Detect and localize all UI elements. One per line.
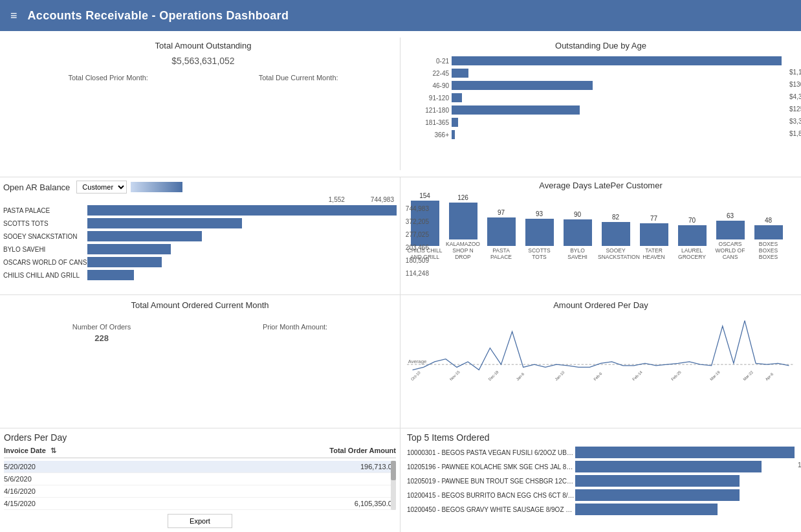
age-bar-container [452,56,788,65]
age-bar-fill [452,81,593,90]
total-outstanding-title: Total Amount Outstanding [13,41,393,50]
avg-bar-num: 63 [727,212,734,219]
ar-bar-track: 203,466 [87,244,397,254]
ar-scale-high: 744,983 [371,196,394,203]
avg-bar-rect [754,225,783,239]
avg-bar-rect [449,203,477,239]
top-item-label: 10200450 - BEGOS GRAVY WHITE SAUSAGE 8/9… [407,506,575,513]
ar-bar-row: BYLO SAVEHI203,466 [3,243,397,255]
top-items-bars: 10000301 - BEGOS PASTA VEGAN FUSILI 6/20… [407,447,795,515]
svg-text:Dec-18: Dec-18 [488,370,499,381]
age-bar-container: $1,166K [452,69,788,78]
avg-bar-label: KALAMAZOO SHOP N DROP [445,241,481,261]
scrollbar-thumb[interactable] [391,461,396,480]
avg-bar-num: 90 [574,211,581,218]
age-bar-value: $4,325K [789,93,801,100]
export-button[interactable]: Export [168,514,232,528]
svg-text:Jan-10: Jan-10 [554,370,565,381]
avg-days-title: Average Days LatePer Customer [407,181,795,190]
age-bar-fill [452,130,455,139]
ar-bar-row: PASTA PALACE744,983 [3,205,397,216]
ar-customer-label: BYLO SAVEHI [3,246,87,253]
avg-bar-col: 82SOOEY SNACKSTATION [598,214,633,260]
invoice-date-cell: 4/15/2020 [4,500,36,507]
total-closed-label: Total Closed Prior Month: [68,74,148,82]
table-row[interactable]: 5/6/2020 [4,473,396,485]
avg-days-chart: 154CHILIS CHILL AND GRILL126KALAMAZOO SH… [407,195,795,260]
avg-bar-num: 82 [612,214,619,221]
bottom-upper-section: Total Amount Ordered Current Month Numbe… [0,295,801,428]
age-bar-value: $130,514K [789,81,801,88]
age-bar-container: $1,817K [452,130,788,139]
age-bar-row: 22-45$1,166K [413,68,788,78]
svg-text:Nov-15: Nov-15 [449,370,461,381]
age-label: 181-365 [413,119,449,126]
prior-month-label: Prior Month Amount: [263,323,327,331]
avg-bar-rect [564,219,592,246]
age-bar-container: $130,514K [452,81,788,90]
avg-bar-label: SOOEY SNACKSTATION [598,247,633,260]
avg-bar-col: 93SCOTTS TOTS [521,210,557,260]
age-bar-fill [452,56,782,65]
table-row[interactable]: 4/15/20206,105,350.00 [4,498,396,510]
age-bar-row: 181-365$3,309K [413,117,788,127]
avg-bar-rect [640,223,668,246]
age-bar-container: $125,683K [452,105,788,115]
table-header: Invoice Date ⇅ Total Order Amount [4,447,396,458]
ar-bar-track: 180,509 [87,257,397,267]
age-bar-container: $3,309K [452,118,788,127]
svg-text:Jan-6: Jan-6 [516,371,525,381]
orders-per-day-table: Orders Per Day Invoice Date ⇅ Total Orde… [0,428,400,532]
ar-bar-fill [87,205,397,216]
top-item-bar-fill [575,461,762,472]
top-section: Total Amount Outstanding $5,563,631,052 … [0,31,801,177]
ar-bar-row: OSCARS WORLD OF CANS180,509 [3,256,397,268]
age-bar-value: $3,309K [789,118,801,125]
svg-text:Mar-22: Mar-22 [742,370,754,381]
table-row[interactable]: 5/20/2020196,713.00 [4,461,396,473]
table-body: 5/20/2020196,713.005/6/20204/16/20204/15… [4,461,396,510]
line-chart-container: Average Oct-10 Nov-15 Dec-18 Jan-6 Jan-1… [407,315,795,412]
outstanding-due-panel: Outstanding Due by Age 0-2122-45$1,166K4… [400,38,795,170]
avg-days-panel: Average Days LatePer Customer 154CHILIS … [400,177,801,294]
total-outstanding-panel: Total Amount Outstanding $5,563,631,052 … [6,38,400,170]
age-bar-container: $4,325K [452,93,788,102]
menu-icon[interactable]: ≡ [10,9,17,23]
filter-icon[interactable]: ⇅ [50,447,56,454]
avg-bar-num: 77 [650,215,657,222]
invoice-date-cell: 4/16/2020 [4,487,36,495]
svg-text:Feb-25: Feb-25 [670,370,682,381]
ar-scale-low: 1,552 [329,196,345,203]
total-outstanding-amount: $5,563,631,052 [13,56,393,66]
ar-dropdown[interactable]: Customer [76,181,127,194]
ar-bar-track: 744,983 [87,205,397,216]
table-row[interactable]: 4/16/2020 [4,485,396,498]
scrollbar[interactable] [391,461,396,510]
svg-text:Average: Average [408,359,426,364]
ar-bar-fill [87,270,134,280]
ar-bar-value: 203,466 [397,244,429,251]
age-bar-fill [452,118,458,127]
avg-bar-rect [602,222,630,246]
top-item-bar-track: 9 [575,475,795,487]
ar-range-slider[interactable] [131,182,182,192]
ar-bar-fill [87,231,202,241]
avg-bar-rect [678,225,707,246]
age-bar-row: 366+$1,817K [413,129,788,140]
avg-bar-label: BOXES BOXES BOXES [751,241,786,261]
orders-stats: Number Of Orders 228 Prior Month Amount: [6,323,393,343]
invoice-date-cell: 5/20/2020 [4,463,36,471]
top-item-label: 10000301 - BEGOS PASTA VEGAN FUSILI 6/20… [407,449,575,456]
ar-customer-label: OSCARS WORLD OF CANS [3,259,87,266]
open-ar-panel: Open AR Balance Customer 1,552 744,983 P… [0,177,400,294]
top-item-row: 10200415 - BEGOS BURRITO BACN EGG CHS 6C… [407,489,795,501]
total-order-amount-cell: 6,105,350.00 [355,500,396,507]
header: ≡ Accounts Receivable - Operations Dashb… [0,0,801,31]
avg-bar-label: BYLO SAVEHI [560,247,595,260]
ar-bar-value: 744,983 [397,205,429,212]
total-due-label: Total Due Current Month: [259,74,338,82]
ar-bar-track: 114,248 [87,270,397,280]
col-invoice-date: Invoice Date ⇅ [4,447,56,455]
data-section: Orders Per Day Invoice Date ⇅ Total Orde… [0,428,801,532]
avg-bar-label: LAUREL GROCERY [674,247,710,260]
